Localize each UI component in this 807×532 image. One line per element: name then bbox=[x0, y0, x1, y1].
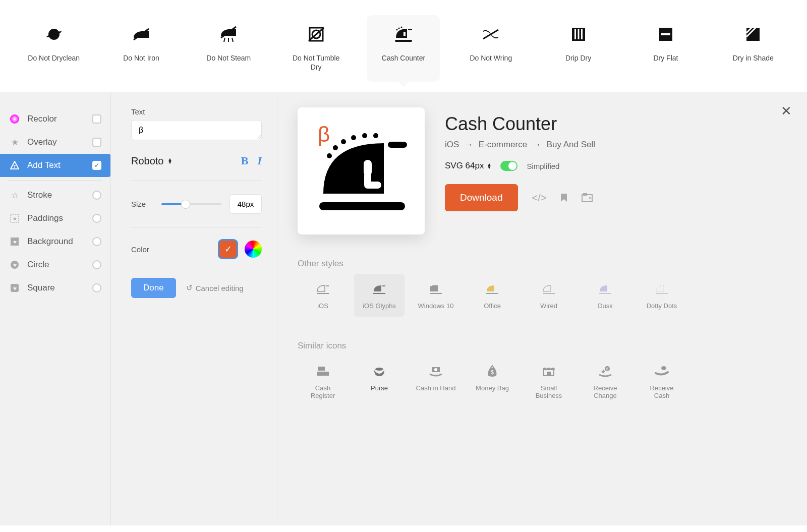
top-icon-drip-dry[interactable]: Drip Dry bbox=[542, 15, 615, 82]
svg-rect-10 bbox=[404, 32, 406, 36]
similar-receive-cash[interactable]: Receive Cash bbox=[637, 356, 687, 406]
sidebar-item-recolor[interactable]: Recolor bbox=[0, 107, 110, 131]
bold-button[interactable]: B bbox=[241, 154, 249, 167]
sidebar-item-add-text[interactable]: T Add Text bbox=[0, 154, 110, 177]
svg-text:$: $ bbox=[606, 367, 608, 371]
svg-point-44 bbox=[373, 133, 378, 138]
top-icon-do-not-iron[interactable]: Do Not Iron bbox=[104, 15, 178, 82]
drip-icon bbox=[571, 25, 586, 43]
stroke-icon: ☆ bbox=[9, 190, 20, 201]
other-styles-grid: iOS iOS Glyphs Windows 10 Office Wired D… bbox=[298, 274, 787, 317]
svg-rect-56 bbox=[599, 293, 611, 294]
similar-icon: $ bbox=[486, 363, 498, 379]
svg-text:★: ★ bbox=[13, 216, 17, 221]
style-dusk[interactable]: Dusk bbox=[580, 274, 630, 317]
style-wired[interactable]: Wired bbox=[524, 274, 574, 317]
radio[interactable] bbox=[92, 191, 101, 200]
svg-rect-38 bbox=[388, 142, 407, 148]
style-windows-10[interactable]: Windows 10 bbox=[411, 274, 461, 317]
similar-cash-in-hand[interactable]: Cash in Hand bbox=[411, 356, 461, 406]
italic-button[interactable]: I bbox=[257, 154, 262, 167]
size-input[interactable] bbox=[229, 194, 262, 214]
sidebar-item-paddings[interactable]: ★ Paddings bbox=[0, 207, 110, 230]
similar-icons-heading: Similar icons bbox=[298, 341, 787, 351]
similar-money-bag[interactable]: $ Money Bag bbox=[467, 356, 517, 406]
sidebar-item-circle[interactable]: ★ Circle bbox=[0, 253, 110, 276]
overlay-text-input[interactable] bbox=[131, 120, 262, 140]
simplified-toggle[interactable] bbox=[500, 161, 517, 171]
sidebar-item-background[interactable]: ★ Background bbox=[0, 230, 110, 253]
top-icon-do-not-steam[interactable]: Do Not Steam bbox=[192, 15, 265, 82]
similar-icons-grid: Cash Register Purse Cash in Hand $ Money… bbox=[298, 356, 787, 406]
similar-icon bbox=[542, 363, 556, 379]
sidebar-separator bbox=[8, 180, 102, 181]
download-button[interactable]: Download bbox=[445, 184, 518, 211]
radio[interactable] bbox=[92, 214, 101, 223]
format-select[interactable]: SVG 64px ▲▼ bbox=[445, 161, 491, 171]
breadcrumb-item[interactable]: Buy And Sell bbox=[547, 140, 595, 149]
delete-collection-icon[interactable]: ✕ bbox=[582, 193, 593, 202]
sidebar-item-label: Overlay bbox=[27, 137, 57, 147]
top-icon-label: Do Not Tumble Dry bbox=[290, 53, 342, 72]
font-select[interactable]: Roboto ▲▼ bbox=[131, 155, 172, 167]
color-picker[interactable] bbox=[245, 241, 262, 258]
style-ios[interactable]: iOS bbox=[298, 274, 348, 317]
style-office[interactable]: Office bbox=[467, 274, 517, 317]
sidebar-item-label: Background bbox=[27, 237, 73, 247]
sidebar-item-label: Add Text bbox=[27, 160, 61, 170]
icon-preview: β bbox=[298, 107, 425, 234]
similar-label: Purse bbox=[371, 384, 388, 392]
top-icon-do-not-dryclean[interactable]: Do Not Dryclean bbox=[17, 15, 90, 82]
style-icon bbox=[655, 281, 669, 297]
svg-rect-65 bbox=[547, 372, 551, 376]
top-icon-do-not-tumble-dry[interactable]: Do Not Tumble Dry bbox=[279, 15, 353, 82]
similar-label: Receive Cash bbox=[642, 384, 682, 399]
style-label: Windows 10 bbox=[418, 302, 454, 310]
checkbox[interactable] bbox=[92, 161, 101, 170]
undo-icon: ↺ bbox=[186, 283, 193, 292]
style-label: iOS Glyphs bbox=[363, 302, 396, 310]
slider-thumb[interactable] bbox=[181, 200, 190, 209]
other-styles-heading: Other styles bbox=[298, 259, 787, 269]
text-input-label: Text bbox=[131, 107, 262, 116]
sidebar-item-stroke[interactable]: ☆ Stroke bbox=[0, 184, 110, 207]
breadcrumb-item[interactable]: iOS bbox=[445, 140, 459, 149]
radio[interactable] bbox=[92, 260, 101, 269]
font-name: Roboto bbox=[131, 155, 164, 167]
breadcrumb-item[interactable]: E-commerce bbox=[479, 140, 527, 149]
top-icon-do-not-wring[interactable]: Do Not Wring bbox=[454, 15, 528, 82]
svg-rect-11 bbox=[408, 29, 412, 30]
radio[interactable] bbox=[92, 283, 101, 292]
svg-point-26 bbox=[10, 114, 19, 124]
cancel-editing-link[interactable]: ↺ Cancel editing bbox=[186, 283, 244, 292]
svg-rect-50 bbox=[317, 293, 329, 294]
top-icon-label: Dry Flat bbox=[653, 53, 678, 63]
top-icon-dry-in-shade[interactable]: Dry in Shade bbox=[717, 15, 790, 82]
svg-point-41 bbox=[341, 139, 346, 144]
similar-small-business[interactable]: Small Business bbox=[524, 356, 574, 406]
top-icon-label: Do Not Dryclean bbox=[28, 53, 80, 63]
style-dotty-dots[interactable]: Dotty Dots bbox=[637, 274, 687, 317]
similar-cash-register[interactable]: Cash Register bbox=[298, 356, 348, 406]
done-button[interactable]: Done bbox=[131, 278, 176, 298]
svg-point-68 bbox=[661, 366, 666, 370]
top-icon-label: Dry in Shade bbox=[733, 53, 774, 63]
color-swatch-orange[interactable] bbox=[219, 241, 237, 258]
svg-text:★: ★ bbox=[13, 285, 17, 291]
bookmark-icon[interactable] bbox=[560, 193, 567, 202]
size-slider[interactable] bbox=[161, 203, 221, 205]
embed-html-icon[interactable]: </> bbox=[532, 192, 547, 204]
radio[interactable] bbox=[92, 237, 101, 246]
checkbox[interactable] bbox=[92, 138, 101, 147]
sidebar-item-square[interactable]: ★ Square bbox=[0, 276, 110, 300]
svg-rect-22 bbox=[661, 33, 670, 35]
style-ios-glyphs[interactable]: iOS Glyphs bbox=[354, 274, 405, 317]
checkbox[interactable] bbox=[92, 114, 101, 124]
top-icon-dry-flat[interactable]: Dry Flat bbox=[629, 15, 702, 82]
top-icon-cash-counter[interactable]: Cash Counter bbox=[367, 15, 440, 82]
sidebar-item-overlay[interactable]: ★ Overlay bbox=[0, 131, 110, 154]
close-button[interactable]: ✕ bbox=[781, 103, 792, 119]
similar-receive-change[interactable]: $ Receive Change bbox=[580, 356, 630, 406]
similar-purse[interactable]: Purse bbox=[354, 356, 405, 406]
arrow-icon: → bbox=[465, 140, 473, 149]
